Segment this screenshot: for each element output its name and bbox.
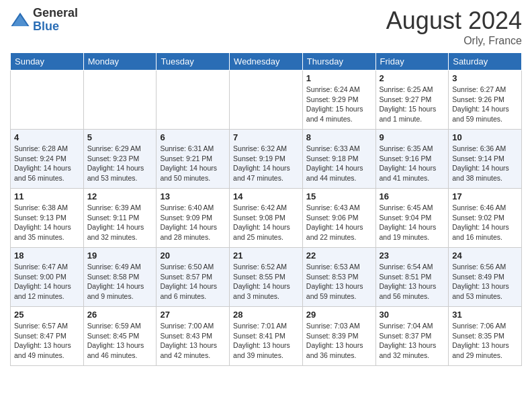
day-info: Sunrise: 6:29 AM Sunset: 9:23 PM Dayligh… [87, 144, 153, 183]
day-info: Sunrise: 6:24 AM Sunset: 9:29 PM Dayligh… [306, 85, 372, 124]
logo-general-text: General [33, 7, 78, 20]
day-number: 28 [233, 310, 299, 320]
weekday-header-thursday: Thursday [302, 53, 375, 71]
day-number: 13 [160, 191, 226, 201]
day-number: 20 [160, 250, 226, 261]
weekday-header-saturday: Saturday [449, 53, 522, 71]
calendar-cell [157, 71, 230, 130]
calendar-cell: 11Sunrise: 6:38 AM Sunset: 9:13 PM Dayli… [11, 189, 84, 248]
calendar-cell: 10Sunrise: 6:36 AM Sunset: 9:14 PM Dayli… [449, 130, 522, 189]
calendar-cell [11, 71, 84, 130]
day-info: Sunrise: 6:33 AM Sunset: 9:18 PM Dayligh… [306, 144, 372, 183]
weekday-header-row: SundayMondayTuesdayWednesdayThursdayFrid… [11, 53, 522, 71]
day-number: 31 [452, 310, 518, 320]
day-number: 18 [14, 250, 80, 261]
day-number: 27 [160, 310, 226, 320]
day-info: Sunrise: 7:00 AM Sunset: 8:43 PM Dayligh… [160, 321, 226, 361]
calendar-cell: 1Sunrise: 6:24 AM Sunset: 9:29 PM Daylig… [302, 71, 375, 130]
day-info: Sunrise: 6:49 AM Sunset: 8:58 PM Dayligh… [87, 262, 153, 302]
day-info: Sunrise: 6:53 AM Sunset: 8:53 PM Dayligh… [306, 262, 372, 302]
calendar-cell: 27Sunrise: 7:00 AM Sunset: 8:43 PM Dayli… [157, 307, 230, 366]
calendar-cell: 15Sunrise: 6:43 AM Sunset: 9:06 PM Dayli… [302, 189, 375, 248]
logo-icon [10, 10, 30, 30]
day-number: 1 [306, 73, 372, 83]
day-info: Sunrise: 6:59 AM Sunset: 8:45 PM Dayligh… [87, 321, 153, 361]
calendar-cell: 17Sunrise: 6:46 AM Sunset: 9:02 PM Dayli… [449, 189, 522, 248]
calendar-week-row: 11Sunrise: 6:38 AM Sunset: 9:13 PM Dayli… [11, 189, 522, 248]
calendar-cell: 19Sunrise: 6:49 AM Sunset: 8:58 PM Dayli… [83, 248, 157, 307]
day-number: 7 [233, 132, 299, 142]
calendar-cell: 3Sunrise: 6:27 AM Sunset: 9:26 PM Daylig… [449, 71, 522, 130]
day-number: 8 [306, 132, 372, 142]
day-info: Sunrise: 6:36 AM Sunset: 9:14 PM Dayligh… [452, 144, 518, 183]
day-number: 11 [14, 191, 80, 201]
weekday-header-sunday: Sunday [11, 53, 84, 71]
day-info: Sunrise: 6:52 AM Sunset: 8:55 PM Dayligh… [233, 262, 299, 302]
day-number: 4 [14, 132, 80, 142]
day-number: 30 [380, 310, 445, 320]
calendar-week-row: 25Sunrise: 6:57 AM Sunset: 8:47 PM Dayli… [11, 307, 522, 366]
day-info: Sunrise: 6:35 AM Sunset: 9:16 PM Dayligh… [380, 144, 445, 183]
logo: General Blue [10, 7, 78, 34]
day-info: Sunrise: 6:54 AM Sunset: 8:51 PM Dayligh… [380, 262, 445, 302]
calendar-cell: 4Sunrise: 6:28 AM Sunset: 9:24 PM Daylig… [11, 130, 84, 189]
day-number: 26 [87, 310, 153, 320]
calendar-cell: 20Sunrise: 6:50 AM Sunset: 8:57 PM Dayli… [157, 248, 230, 307]
day-number: 3 [452, 73, 518, 83]
day-info: Sunrise: 7:06 AM Sunset: 8:35 PM Dayligh… [452, 321, 518, 361]
weekday-header-friday: Friday [375, 53, 449, 71]
day-number: 6 [160, 132, 226, 142]
day-number: 12 [87, 191, 153, 201]
calendar-cell: 24Sunrise: 6:56 AM Sunset: 8:49 PM Dayli… [449, 248, 522, 307]
day-number: 29 [306, 310, 372, 320]
day-info: Sunrise: 6:56 AM Sunset: 8:49 PM Dayligh… [452, 262, 518, 302]
day-info: Sunrise: 6:39 AM Sunset: 9:11 PM Dayligh… [87, 203, 153, 242]
calendar-cell: 8Sunrise: 6:33 AM Sunset: 9:18 PM Daylig… [302, 130, 375, 189]
page-header: General Blue August 2024 Orly, France [10, 7, 522, 47]
day-number: 15 [306, 191, 372, 201]
logo-text: General Blue [33, 7, 78, 34]
calendar-cell: 23Sunrise: 6:54 AM Sunset: 8:51 PM Dayli… [375, 248, 449, 307]
location: Orly, France [386, 35, 522, 47]
day-info: Sunrise: 6:40 AM Sunset: 9:09 PM Dayligh… [160, 203, 226, 242]
day-number: 5 [87, 132, 153, 142]
weekday-header-monday: Monday [83, 53, 157, 71]
day-info: Sunrise: 6:57 AM Sunset: 8:47 PM Dayligh… [14, 321, 80, 361]
day-info: Sunrise: 6:46 AM Sunset: 9:02 PM Dayligh… [452, 203, 518, 242]
calendar-cell: 14Sunrise: 6:42 AM Sunset: 9:08 PM Dayli… [230, 189, 303, 248]
day-number: 2 [380, 73, 445, 83]
calendar-cell: 6Sunrise: 6:31 AM Sunset: 9:21 PM Daylig… [157, 130, 230, 189]
day-info: Sunrise: 6:28 AM Sunset: 9:24 PM Dayligh… [14, 144, 80, 183]
calendar-cell: 31Sunrise: 7:06 AM Sunset: 8:35 PM Dayli… [449, 307, 522, 366]
calendar-cell: 18Sunrise: 6:47 AM Sunset: 9:00 PM Dayli… [11, 248, 84, 307]
day-number: 9 [380, 132, 445, 142]
day-info: Sunrise: 6:43 AM Sunset: 9:06 PM Dayligh… [306, 203, 372, 242]
day-number: 10 [452, 132, 518, 142]
day-info: Sunrise: 6:38 AM Sunset: 9:13 PM Dayligh… [14, 203, 80, 242]
day-number: 17 [452, 191, 518, 201]
day-info: Sunrise: 6:25 AM Sunset: 9:27 PM Dayligh… [380, 85, 445, 124]
day-number: 21 [233, 250, 299, 261]
month-year: August 2024 [386, 7, 522, 35]
calendar-week-row: 4Sunrise: 6:28 AM Sunset: 9:24 PM Daylig… [11, 130, 522, 189]
day-number: 22 [306, 250, 372, 261]
day-info: Sunrise: 6:45 AM Sunset: 9:04 PM Dayligh… [380, 203, 445, 242]
calendar-cell: 21Sunrise: 6:52 AM Sunset: 8:55 PM Dayli… [230, 248, 303, 307]
weekday-header-tuesday: Tuesday [157, 53, 230, 71]
calendar-cell: 2Sunrise: 6:25 AM Sunset: 9:27 PM Daylig… [375, 71, 449, 130]
day-number: 16 [380, 191, 445, 201]
day-number: 24 [452, 250, 518, 261]
day-info: Sunrise: 6:50 AM Sunset: 8:57 PM Dayligh… [160, 262, 226, 302]
calendar-cell: 22Sunrise: 6:53 AM Sunset: 8:53 PM Dayli… [302, 248, 375, 307]
calendar-cell: 13Sunrise: 6:40 AM Sunset: 9:09 PM Dayli… [157, 189, 230, 248]
calendar-header: SundayMondayTuesdayWednesdayThursdayFrid… [11, 53, 522, 71]
calendar-cell: 5Sunrise: 6:29 AM Sunset: 9:23 PM Daylig… [83, 130, 157, 189]
calendar-cell: 29Sunrise: 7:03 AM Sunset: 8:39 PM Dayli… [302, 307, 375, 366]
weekday-header-wednesday: Wednesday [230, 53, 303, 71]
logo-blue-text: Blue [33, 20, 78, 34]
calendar-cell [230, 71, 303, 130]
calendar-cell: 25Sunrise: 6:57 AM Sunset: 8:47 PM Dayli… [11, 307, 84, 366]
day-info: Sunrise: 6:32 AM Sunset: 9:19 PM Dayligh… [233, 144, 299, 183]
calendar-cell: 9Sunrise: 6:35 AM Sunset: 9:16 PM Daylig… [375, 130, 449, 189]
calendar-body: 1Sunrise: 6:24 AM Sunset: 9:29 PM Daylig… [11, 71, 522, 366]
